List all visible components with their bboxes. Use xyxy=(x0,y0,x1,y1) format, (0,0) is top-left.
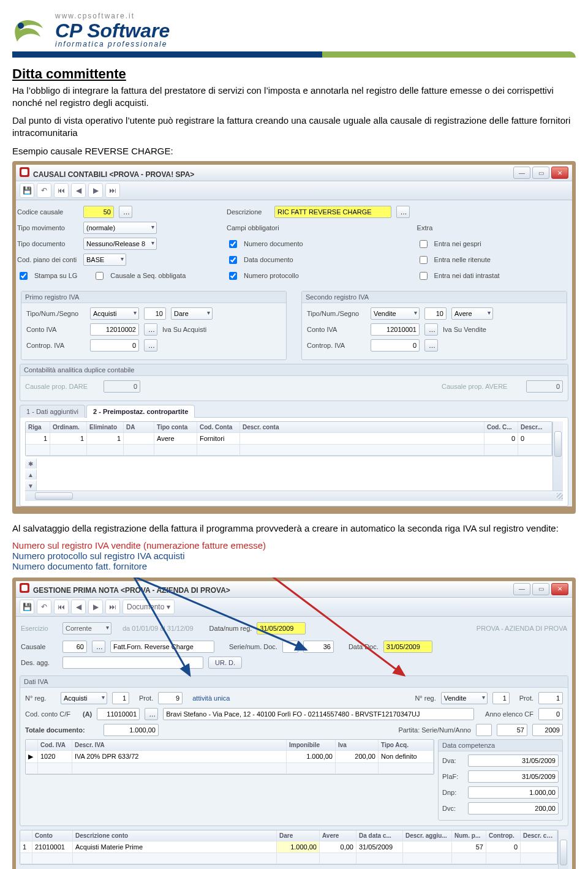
chk-entra-gespri[interactable] xyxy=(420,240,428,248)
grid-header: RigaOrdinam.EliminatoDATipo contaCod. Co… xyxy=(26,422,552,433)
conti-grid-row-empty[interactable] xyxy=(20,853,557,864)
grid-btn-down[interactable]: ▼ xyxy=(25,481,37,491)
piaf-input[interactable] xyxy=(468,770,559,783)
dnp-input[interactable] xyxy=(468,786,559,799)
minimize-button[interactable]: — xyxy=(513,167,530,179)
toolbar-next-icon-2[interactable]: ▶ xyxy=(88,600,103,614)
sec-num-input[interactable] xyxy=(424,307,447,320)
data-reg-input[interactable] xyxy=(257,622,306,634)
maximize-button[interactable]: ▭ xyxy=(532,167,549,179)
toolbar-undo-icon[interactable]: ↶ xyxy=(37,183,51,198)
lbl-des-agg: Des. agg. xyxy=(21,659,58,666)
nreg-tipo-select[interactable] xyxy=(61,692,107,704)
prot-input[interactable] xyxy=(158,692,183,704)
lbl-entra-gespri: Entra nei gespri xyxy=(434,240,481,247)
serie-serie-input[interactable] xyxy=(282,641,298,653)
primo-conto-input[interactable] xyxy=(90,323,139,336)
des-agg-input[interactable] xyxy=(62,656,203,669)
cod-conto-input[interactable] xyxy=(97,708,140,720)
partita-serie-input[interactable] xyxy=(476,724,492,736)
toolbar-undo-icon-2[interactable]: ↶ xyxy=(37,600,51,614)
causale-lookup-2[interactable]: … xyxy=(92,641,105,653)
conti-grid-row[interactable]: 121010001Acquisti Materie Prime1.000,000… xyxy=(20,841,557,853)
primo-conto-lookup[interactable]: … xyxy=(144,323,157,336)
descrizione-input[interactable] xyxy=(274,206,391,218)
callouts: Numero sul registro IVA vendite (numeraz… xyxy=(12,540,576,571)
sec-conto-lookup[interactable]: … xyxy=(424,323,438,336)
toolbar-first-icon[interactable]: ⏮ xyxy=(54,183,69,198)
app-icon-2 xyxy=(20,583,29,593)
primo-num-input[interactable] xyxy=(144,307,166,320)
minimize-button-2[interactable]: — xyxy=(513,583,530,595)
chk-num-prot[interactable] xyxy=(229,272,237,280)
partita-anno-input[interactable] xyxy=(532,724,563,736)
sec-controp-input[interactable] xyxy=(371,339,420,352)
causale-cod-input[interactable] xyxy=(62,641,87,653)
iva-grid-row[interactable]: ▶1020IVA 20% DPR 633/721.000,00200,00Non… xyxy=(26,751,434,763)
sec-conto-input[interactable] xyxy=(371,323,420,336)
chk-causale-seq[interactable] xyxy=(96,272,104,280)
anno-elenco-input[interactable] xyxy=(538,708,563,720)
tab-dati-aggiuntivi[interactable]: 1 - Dati aggiuntivi xyxy=(20,405,85,418)
toolbar-documento-menu[interactable]: Documento ▾ xyxy=(123,600,175,614)
scrollbar-vertical-2[interactable] xyxy=(558,830,568,870)
toolbar-last-icon[interactable]: ⏭ xyxy=(105,183,120,198)
lbl-causale-seq: Causale a Seq. obbligata xyxy=(110,272,186,279)
descrizione-lookup[interactable]: … xyxy=(396,206,410,218)
dva-input[interactable] xyxy=(468,754,559,767)
iva-grid-row-empty[interactable] xyxy=(26,763,434,774)
grid-btn-up[interactable]: ▲ xyxy=(25,470,37,480)
primo-controp-input[interactable] xyxy=(90,339,139,352)
maximize-button-2[interactable]: ▭ xyxy=(532,583,549,595)
toolbar-save-icon[interactable]: 💾 xyxy=(20,183,34,198)
chk-stampa-lg[interactable] xyxy=(20,272,28,280)
anagrafica-input[interactable] xyxy=(163,708,474,720)
lbl-controp-sec: Controp. IVA xyxy=(307,342,366,349)
scrollbar-horizontal[interactable] xyxy=(25,491,563,501)
toolbar-last-icon-2[interactable]: ⏭ xyxy=(105,600,120,614)
tipo-mov-select[interactable] xyxy=(83,222,157,234)
dvc-input[interactable] xyxy=(468,802,559,814)
totale-input[interactable] xyxy=(104,724,159,736)
partita-num-input[interactable] xyxy=(497,724,527,736)
grid-btn-add[interactable]: ✱ xyxy=(25,459,37,468)
prot2-input[interactable] xyxy=(538,692,563,704)
codice-causale-lookup[interactable]: … xyxy=(119,206,132,218)
toolbar-prev-icon-2[interactable]: ◀ xyxy=(71,600,86,614)
chk-num-doc[interactable] xyxy=(229,240,237,248)
tab-preimpostaz[interactable]: 2 - Preimpostaz. contropartite xyxy=(86,405,195,418)
toolbar-next-icon[interactable]: ▶ xyxy=(88,183,103,198)
grid-row[interactable]: 111AvereFornitori00 xyxy=(26,433,552,445)
lbl-data-doc: Data documento xyxy=(244,256,293,263)
close-button-2[interactable]: ✕ xyxy=(551,583,568,595)
titlebar: CAUSALI CONTABILI <PROVA - PROVA! SPA> —… xyxy=(16,165,572,181)
nreg2-n-input[interactable] xyxy=(492,692,510,704)
nreg-n-input[interactable] xyxy=(112,692,129,704)
chk-data-doc[interactable] xyxy=(229,256,237,264)
primo-controp-lookup[interactable]: … xyxy=(144,339,157,352)
cod-conto-lookup[interactable]: … xyxy=(145,708,158,720)
primo-segno-select[interactable] xyxy=(171,307,213,320)
toolbar-first-icon-2[interactable]: ⏮ xyxy=(54,600,69,614)
causale-desc-input[interactable] xyxy=(110,641,214,653)
serie-num-input[interactable] xyxy=(303,641,334,653)
primo-tipo-select[interactable] xyxy=(90,307,139,320)
logo-mark-icon xyxy=(12,20,47,48)
data-doc-input[interactable] xyxy=(383,641,432,653)
cod-piano-select[interactable] xyxy=(83,254,126,266)
sec-tipo-select[interactable] xyxy=(371,307,420,320)
codice-causale-input[interactable] xyxy=(83,206,114,218)
close-button[interactable]: ✕ xyxy=(551,167,568,179)
resize-grip-icon[interactable] xyxy=(557,493,563,499)
chk-entra-rit[interactable] xyxy=(420,256,428,264)
urd-button[interactable]: UR. D. xyxy=(208,656,242,669)
sec-segno-select[interactable] xyxy=(451,307,493,320)
sec-controp-lookup[interactable]: … xyxy=(424,339,438,352)
nreg2-tipo-select[interactable] xyxy=(441,692,488,704)
scrollbar-vertical[interactable] xyxy=(552,421,563,491)
chk-entra-intra[interactable] xyxy=(420,272,428,280)
toolbar-save-icon-2[interactable]: 💾 xyxy=(20,600,34,614)
grid-row-empty[interactable] xyxy=(26,445,552,456)
tipo-doc-select[interactable] xyxy=(83,238,157,250)
toolbar-prev-icon[interactable]: ◀ xyxy=(71,183,86,198)
